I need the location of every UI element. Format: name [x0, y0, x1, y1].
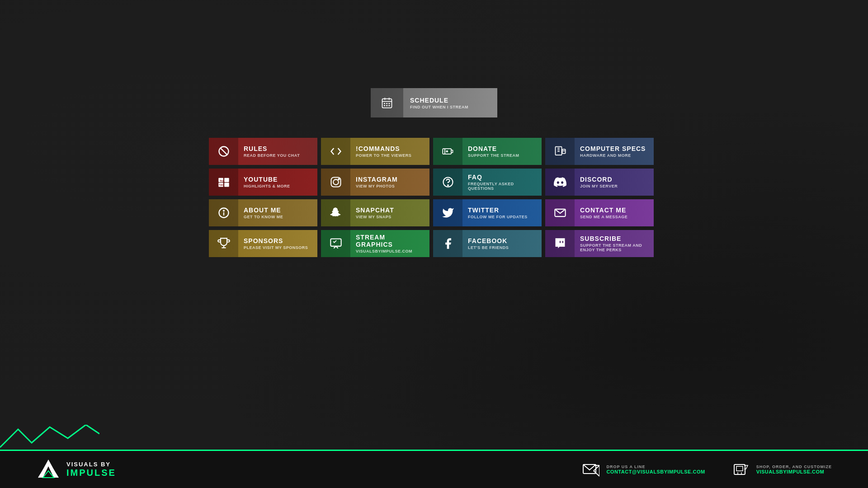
panel-text-area: FACEBOOK LET'S BE FRIENDS — [462, 237, 514, 250]
panel-icon-area — [433, 169, 462, 196]
logo-text: VISUALS BY IMPULSE — [66, 461, 116, 478]
panel-button-youtube[interactable]: YouTube YOUTUBE HIGHLIGHTS & MORE — [209, 169, 317, 196]
panel-title: TWITTER — [468, 206, 528, 214]
panel-title: FAQ — [468, 174, 536, 181]
panel-button-stream-graphics[interactable]: STREAM GRAPHICS VISUALSBYIMPULSE.COM — [321, 230, 429, 257]
panel-subtitle: GET TO KNOW ME — [244, 215, 283, 219]
panel-icon-area — [545, 230, 575, 257]
panel-subtitle: PLEASE VISIT MY SPONSORS — [244, 245, 308, 250]
footer-contact-text: DROP US A LINE CONTACT@VISUALSBYIMPULSE.… — [606, 465, 705, 474]
svg-rect-24 — [224, 183, 229, 187]
svg-rect-38 — [330, 239, 341, 246]
panel-button-donate[interactable]: DONATE SUPPORT THE STREAM — [433, 138, 542, 165]
panel-icon-area — [321, 230, 350, 257]
panel-text-area: CONTACT ME SEND ME A MESSAGE — [575, 206, 633, 219]
calendar-icon — [381, 97, 393, 109]
grid-container: RULES READ BEFORE YOU CHAT !COMMANDS POW… — [0, 131, 868, 257]
panel-title: CONTACT ME — [580, 206, 627, 214]
panel-title: SPONSORS — [244, 237, 308, 244]
panel-subtitle: VIEW MY PHOTOS — [356, 184, 398, 188]
panel-button-subscribe[interactable]: SUBSCRIBE SUPPORT THE STREAM AND ENJOY T… — [545, 230, 654, 257]
panel-text-area: SNAPCHAT VIEW MY SNAPS — [350, 206, 400, 219]
svg-point-28 — [333, 179, 339, 185]
svg-rect-7 — [384, 105, 385, 106]
panel-icon-area — [433, 199, 462, 226]
panel-icon-area — [433, 138, 462, 165]
email-footer-icon — [582, 461, 599, 478]
svg-text:Tube: Tube — [219, 184, 224, 186]
panel-subtitle: LET'S BE FRIENDS — [468, 245, 509, 250]
panel-button-!commands[interactable]: !COMMANDS POWER TO THE VIEWERS — [321, 138, 429, 165]
panel-title: INSTAGRAM — [356, 176, 398, 183]
panel-text-area: !COMMANDS POWER TO THE VIEWERS — [350, 145, 417, 158]
panel-icon-area — [545, 199, 575, 226]
panel-button-sponsors[interactable]: SPONSORS PLEASE VISIT MY SPONSORS — [209, 230, 317, 257]
svg-rect-5 — [386, 103, 387, 104]
panel-subtitle: FREQUENTLY ASKED QUESTIONS — [468, 182, 536, 191]
panel-text-area: FAQ FREQUENTLY ASKED QUESTIONS — [462, 174, 542, 191]
panel-text-area: ABOUT ME GET TO KNOW ME — [238, 206, 288, 219]
panel-subtitle: SUPPORT THE STREAM AND ENJOY THE PERKS — [580, 243, 648, 252]
panel-title: DONATE — [468, 145, 519, 152]
panels-grid: RULES READ BEFORE YOU CHAT !COMMANDS POW… — [209, 138, 659, 257]
panel-subtitle: VIEW MY SNAPS — [356, 215, 394, 219]
svg-rect-4 — [384, 103, 385, 104]
panel-button-twitter[interactable]: TWITTER FOLLOW ME FOR UPDATES — [433, 199, 542, 226]
svg-point-29 — [338, 178, 339, 179]
panel-text-area: YOUTUBE HIGHLIGHTS & MORE — [238, 176, 296, 188]
schedule-button[interactable]: SCHEDULE FIND OUT WHEN I STREAM — [371, 88, 497, 117]
contact-label: DROP US A LINE — [606, 465, 705, 469]
svg-rect-19 — [562, 149, 565, 153]
panel-title: YOUTUBE — [244, 176, 290, 183]
panel-icon-area — [209, 199, 238, 226]
panel-icon-area — [321, 138, 350, 165]
panel-title: FACEBOOK — [468, 237, 509, 244]
panel-title: DISCORD — [580, 176, 618, 183]
panel-title: !COMMANDS — [356, 145, 411, 152]
panel-button-faq[interactable]: FAQ FREQUENTLY ASKED QUESTIONS — [433, 169, 542, 196]
panel-subtitle: HIGHLIGHTS & MORE — [244, 184, 290, 188]
panel-text-area: INSTAGRAM VIEW MY PHOTOS — [350, 176, 403, 188]
visuals-by-impulse-logo-icon — [36, 457, 61, 482]
panel-text-area: SUBSCRIBE SUPPORT THE STREAM AND ENJOY T… — [575, 235, 654, 252]
svg-rect-50 — [736, 466, 743, 471]
footer-shop-text: SHOP, ORDER, AND CUSTOMIZE VISUALSBYIMPU… — [756, 465, 832, 474]
panel-title: STREAM GRAPHICS — [356, 234, 424, 248]
schedule-title: SCHEDULE — [410, 97, 468, 104]
main-content: SCHEDULE FIND OUT WHEN I STREAM RULES RE… — [0, 0, 868, 488]
svg-point-14 — [446, 150, 448, 153]
svg-rect-8 — [386, 105, 387, 106]
panel-title: RULES — [244, 145, 300, 152]
panel-title: SNAPCHAT — [356, 206, 394, 214]
svg-point-31 — [448, 185, 448, 186]
panel-icon-area — [545, 169, 575, 196]
panel-text-area: STREAM GRAPHICS VISUALSBYIMPULSE.COM — [350, 234, 429, 253]
panel-subtitle: FOLLOW ME FOR UPDATES — [468, 215, 528, 219]
panel-button-computer-specs[interactable]: COMPUTER SPECS HARDWARE AND MORE — [545, 138, 654, 165]
shop-label: SHOP, ORDER, AND CUSTOMIZE — [756, 465, 832, 469]
panel-subtitle: SUPPORT THE STREAM — [468, 153, 519, 158]
schedule-text-area: SCHEDULE FIND OUT WHEN I STREAM — [403, 97, 475, 109]
svg-text:You: You — [219, 179, 224, 182]
panel-subtitle: VISUALSBYIMPULSE.COM — [356, 249, 424, 253]
panel-text-area: DISCORD JOIN MY SERVER — [575, 176, 623, 188]
shop-footer-icon — [732, 461, 750, 478]
panel-button-snapchat[interactable]: SNAPCHAT VIEW MY SNAPS — [321, 199, 429, 226]
panel-button-instagram[interactable]: INSTAGRAM VIEW MY PHOTOS — [321, 169, 429, 196]
svg-rect-23 — [224, 178, 229, 182]
schedule-icon-area — [371, 88, 403, 117]
panel-title: SUBSCRIBE — [580, 235, 648, 242]
panel-button-about-me[interactable]: ABOUT ME GET TO KNOW ME — [209, 199, 317, 226]
schedule-container: SCHEDULE FIND OUT WHEN I STREAM — [0, 0, 868, 117]
panel-icon-area — [209, 230, 238, 257]
panel-text-area: TWITTER FOLLOW ME FOR UPDATES — [462, 206, 533, 219]
svg-point-34 — [223, 210, 224, 211]
panel-icon-area: YouTube — [209, 169, 238, 196]
panel-button-rules[interactable]: RULES READ BEFORE YOU CHAT — [209, 138, 317, 165]
panel-button-contact-me[interactable]: CONTACT ME SEND ME A MESSAGE — [545, 199, 654, 226]
panel-icon-area — [209, 138, 238, 165]
panel-button-facebook[interactable]: FACEBOOK LET'S BE FRIENDS — [433, 230, 542, 257]
panel-button-discord[interactable]: DISCORD JOIN MY SERVER — [545, 169, 654, 196]
panel-title: COMPUTER SPECS — [580, 145, 646, 152]
panel-subtitle: READ BEFORE YOU CHAT — [244, 153, 300, 158]
